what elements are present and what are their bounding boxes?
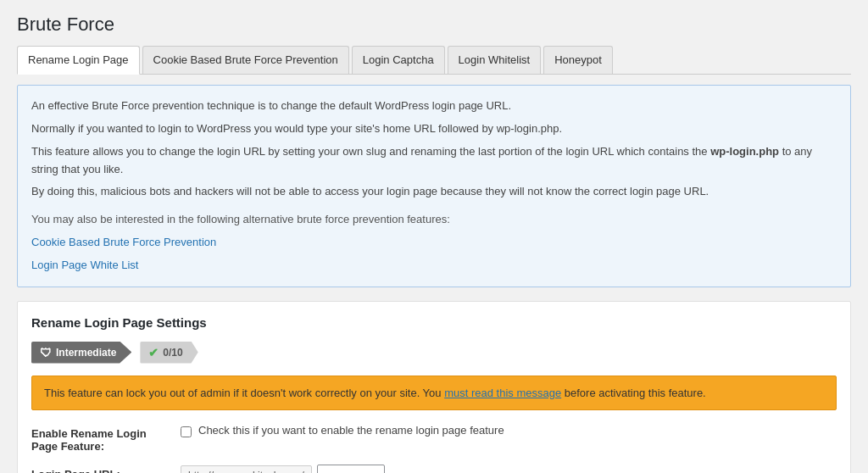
url-row: Login Page URL: http://www.perkitech.com… — [31, 465, 837, 473]
warning-text-suffix: before activating this feature. — [561, 387, 706, 399]
tab-login-captcha[interactable]: Login Captcha — [352, 46, 445, 74]
info-line4: By doing this, malicious bots and hacker… — [31, 183, 837, 201]
warning-link[interactable]: must read this message — [444, 387, 561, 399]
enable-row: Enable Rename Login Page Feature: Check … — [31, 424, 837, 453]
interest-text: You may also be interested in the follow… — [31, 211, 837, 229]
enable-checkbox[interactable] — [181, 426, 192, 437]
badge-score-label: 0/10 — [163, 347, 182, 359]
info-box: An effective Brute Force prevention tech… — [17, 85, 851, 287]
info-line1: An effective Brute Force prevention tech… — [31, 97, 837, 115]
settings-section: Rename Login Page Settings 🛡 Intermediat… — [17, 301, 851, 473]
link-cookie-brute-force[interactable]: Cookie Based Brute Force Prevention — [31, 236, 216, 248]
link-login-whitelist[interactable]: Login Page White List — [31, 259, 138, 271]
tabs-bar: Rename Login Page Cookie Based Brute For… — [17, 46, 851, 75]
badge-intermediate-label: Intermediate — [56, 347, 116, 359]
tab-login-whitelist[interactable]: Login Whitelist — [448, 46, 542, 74]
tab-rename-login-page[interactable]: Rename Login Page — [17, 46, 140, 75]
url-slug-input[interactable] — [317, 465, 385, 473]
badge-container: 🛡 Intermediate ✔ 0/10 — [31, 342, 837, 364]
info-line3-prefix: This feature allows you to change the lo… — [31, 145, 710, 158]
shield-icon: 🛡 — [40, 346, 52, 359]
url-prefix: http://www.perkitech.com/ — [181, 465, 312, 473]
info-line2: Normally if you wanted to login to WordP… — [31, 120, 837, 138]
info-line3: This feature allows you to change the lo… — [31, 143, 837, 179]
tab-cookie-brute-force[interactable]: Cookie Based Brute Force Prevention — [142, 46, 349, 74]
tab-honeypot[interactable]: Honeypot — [543, 46, 613, 74]
settings-title: Rename Login Page Settings — [31, 315, 837, 330]
info-line3-bold: wp-login.php — [710, 145, 779, 158]
enable-label: Enable Rename Login Page Feature: — [31, 424, 167, 453]
intermediate-badge: 🛡 Intermediate — [31, 342, 131, 364]
warning-box: This feature can lock you out of admin i… — [31, 376, 837, 411]
enable-checkbox-label: Check this if you want to enable the ren… — [198, 424, 504, 437]
enable-control: Check this if you want to enable the ren… — [181, 424, 837, 437]
url-field-group: http://www.perkitech.com/ Enter a string… — [181, 465, 837, 473]
url-label: Login Page URL: — [31, 465, 167, 473]
page-title: Brute Force — [17, 14, 851, 36]
score-badge: ✔ 0/10 — [140, 342, 198, 364]
check-icon: ✔ — [148, 346, 159, 359]
warning-text-prefix: This feature can lock you out of admin i… — [44, 387, 444, 399]
url-control: http://www.perkitech.com/ Enter a string… — [181, 465, 837, 473]
